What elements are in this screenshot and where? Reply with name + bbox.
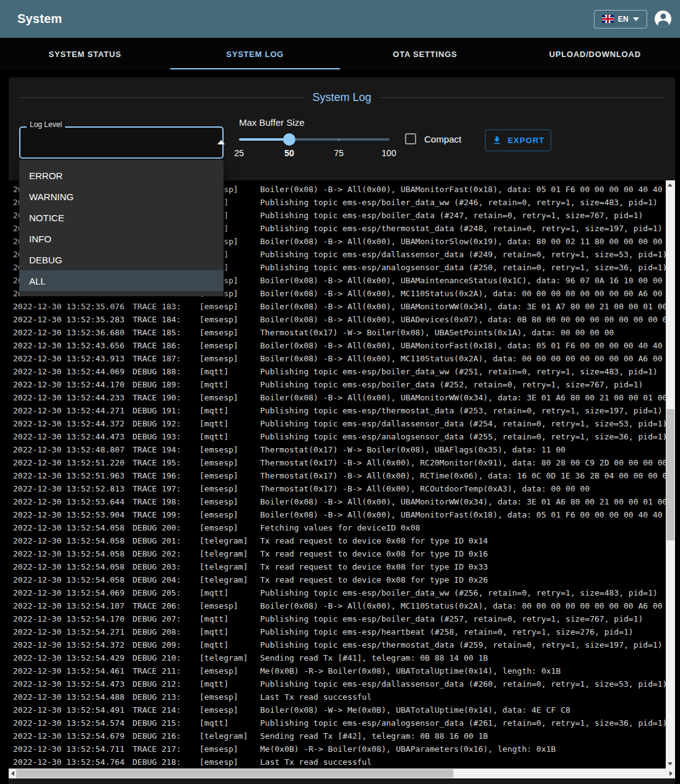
- log-level-label: Log Level: [27, 120, 65, 129]
- tab-system-status[interactable]: SYSTEM STATUS: [0, 38, 170, 70]
- log-timestamp: 2022-12-30 13:52:54.069: [9, 588, 133, 597]
- log-row: 2022-12-30 13:52:54.107TRACE 206:[emsesp…: [9, 599, 675, 612]
- log-source: [mqtt]: [199, 614, 260, 623]
- log-source: [mqtt]: [199, 588, 260, 597]
- menu-option-notice[interactable]: NOTICE: [19, 207, 224, 228]
- divider-line: [380, 97, 665, 98]
- log-level: DEBUG 213:: [133, 692, 199, 702]
- log-row: 2022-12-30 13:52:53.644TRACE 198:[emsesp…: [9, 495, 675, 508]
- log-level: TRACE 194:: [133, 445, 199, 454]
- log-row: 2022-12-30 13:52:44.170DEBUG 189:[mqtt]P…: [9, 378, 675, 391]
- horizontal-scroll-thumb[interactable]: [16, 769, 453, 778]
- buffer-size-slider[interactable]: [239, 133, 390, 146]
- log-row: 2022-12-30 13:52:51.963TRACE 196:[emsesp…: [9, 469, 675, 482]
- log-level: TRACE 184:: [133, 315, 199, 324]
- vertical-scrollbar[interactable]: [666, 180, 675, 769]
- log-source: [emsesp]: [199, 523, 260, 532]
- log-source: [mqtt]: [199, 640, 260, 650]
- vertical-scroll-thumb[interactable]: [666, 409, 674, 540]
- log-row: 2022-12-30 13:52:54.069DEBUG 205:[mqtt]P…: [9, 586, 675, 599]
- log-source: [emsesp]: [199, 744, 260, 754]
- log-timestamp: 2022-12-30 13:52:54.764: [9, 757, 133, 767]
- log-timestamp: 2022-12-30 13:52:44.170: [9, 380, 133, 389]
- log-message: Publishing topic ems-esp/thermostat_data…: [260, 406, 663, 415]
- tab-system-log[interactable]: SYSTEM LOG: [170, 38, 341, 70]
- user-account-icon[interactable]: [655, 11, 671, 27]
- log-message: Me(0x0B) -R-> Boiler(0x08), UBAParameter…: [260, 744, 556, 754]
- tab-ota-settings[interactable]: OTA SETTINGS: [340, 38, 510, 70]
- log-source: [emsesp]: [199, 354, 260, 363]
- log-message: Publishing topic ems-esp/analogsensor_da…: [260, 718, 667, 728]
- log-message: Publishing topic ems-esp/analogsensor_da…: [260, 263, 667, 272]
- log-level: DEBUG 202:: [133, 549, 199, 558]
- log-timestamp: 2022-12-30 13:52:43.913: [9, 354, 133, 363]
- log-row: 2022-12-30 13:52:44.233TRACE 190:[emsesp…: [9, 391, 675, 404]
- scroll-down-arrow-icon[interactable]: [668, 762, 673, 765]
- log-row: 2022-12-30 13:52:54.764DEBUG 218:[emsesp…: [9, 755, 675, 769]
- menu-option-debug[interactable]: DEBUG: [19, 249, 224, 270]
- log-level: TRACE 199:: [133, 510, 199, 519]
- log-timestamp: 2022-12-30 13:52:54.711: [9, 744, 133, 754]
- log-message: Thermostat(0x17) -B-> All(0x00), RCTime(…: [260, 471, 672, 480]
- log-level: DEBUG 191:: [133, 406, 199, 415]
- log-message: Publishing topic ems-esp/dallassensor_da…: [260, 419, 667, 428]
- log-level: DEBUG 218:: [133, 757, 199, 767]
- menu-option-all[interactable]: ALL: [19, 270, 224, 291]
- log-source: [emsesp]: [199, 666, 260, 676]
- log-row: 2022-12-30 13:52:36.680TRACE 185:[emsesp…: [9, 326, 675, 339]
- log-level: DEBUG 210:: [133, 653, 199, 663]
- panel-title-row: System Log: [19, 91, 665, 104]
- chevron-up-icon[interactable]: [217, 140, 225, 144]
- log-level: DEBUG 205:: [133, 588, 199, 597]
- export-label: EXPORT: [508, 136, 545, 145]
- log-source: [telegram]: [199, 731, 260, 741]
- active-tab-indicator: [170, 68, 341, 69]
- slider-label-50: 50: [284, 148, 294, 158]
- compact-toggle[interactable]: Compact: [405, 133, 461, 144]
- log-level: TRACE 217:: [133, 744, 199, 754]
- log-timestamp: 2022-12-30 13:52:44.473: [9, 432, 133, 441]
- log-timestamp: 2022-12-30 13:52:44.372: [9, 419, 133, 428]
- log-row: 2022-12-30 13:52:54.429DEBUG 210:[telegr…: [9, 651, 675, 664]
- menu-option-warning[interactable]: WARNING: [19, 186, 224, 207]
- log-message: Last Tx read successful: [260, 692, 372, 702]
- log-message: Tx read request to device 0x08 for type …: [260, 536, 488, 545]
- scroll-left-arrow-icon[interactable]: [11, 771, 14, 776]
- compact-label: Compact: [424, 134, 461, 144]
- slider-track-active[interactable]: [239, 138, 289, 141]
- log-source: [mqtt]: [199, 380, 260, 389]
- tab-upload-download[interactable]: UPLOAD/DOWNLOAD: [510, 38, 680, 70]
- language-selector[interactable]: EN: [594, 10, 647, 29]
- log-source: [emsesp]: [199, 341, 260, 350]
- log-message: Boiler(0x08) -B-> All(0x00), UBAMonitorW…: [260, 302, 675, 311]
- log-row: 2022-12-30 13:52:54.170DEBUG 207:[mqtt]P…: [9, 612, 675, 625]
- log-row: 2022-12-30 13:52:35.283TRACE 184:[emsesp…: [9, 313, 675, 326]
- slider-thumb[interactable]: [283, 133, 295, 146]
- log-timestamp: 2022-12-30 13:52:43.656: [9, 341, 133, 350]
- log-source: [emsesp]: [199, 328, 260, 337]
- slider-mark-labels: 255075100: [239, 148, 390, 159]
- log-level: DEBUG 204:: [133, 575, 199, 584]
- log-source: [emsesp]: [199, 601, 260, 610]
- export-button[interactable]: EXPORT: [485, 130, 551, 151]
- log-source: [mqtt]: [199, 432, 260, 441]
- log-level: DEBUG 208:: [133, 627, 199, 636]
- log-row: 2022-12-30 13:52:54.488DEBUG 213:[emsesp…: [9, 690, 675, 703]
- menu-option-error[interactable]: ERROR: [19, 165, 224, 186]
- log-level-select[interactable]: ALL: [19, 126, 224, 159]
- scroll-up-arrow-icon[interactable]: [668, 183, 673, 187]
- log-timestamp: 2022-12-30 13:52:53.904: [9, 510, 133, 519]
- menu-option-info[interactable]: INFO: [19, 228, 224, 249]
- log-row: 2022-12-30 13:52:43.913TRACE 187:[emsesp…: [9, 352, 675, 365]
- log-source: [emsesp]: [199, 757, 260, 767]
- log-level: DEBUG 212:: [133, 679, 199, 689]
- log-timestamp: 2022-12-30 13:52:54.473: [9, 679, 133, 689]
- compact-checkbox[interactable]: [405, 133, 416, 144]
- log-row: 2022-12-30 13:52:53.904TRACE 199:[emsesp…: [9, 508, 675, 521]
- app-header: System EN: [0, 0, 680, 38]
- horizontal-scrollbar[interactable]: [9, 769, 675, 778]
- download-icon: [492, 135, 502, 146]
- scroll-right-arrow-icon[interactable]: [669, 771, 673, 776]
- log-row: 2022-12-30 13:52:51.220TRACE 195:[emsesp…: [9, 456, 675, 469]
- log-timestamp: 2022-12-30 13:52:54.429: [9, 653, 133, 663]
